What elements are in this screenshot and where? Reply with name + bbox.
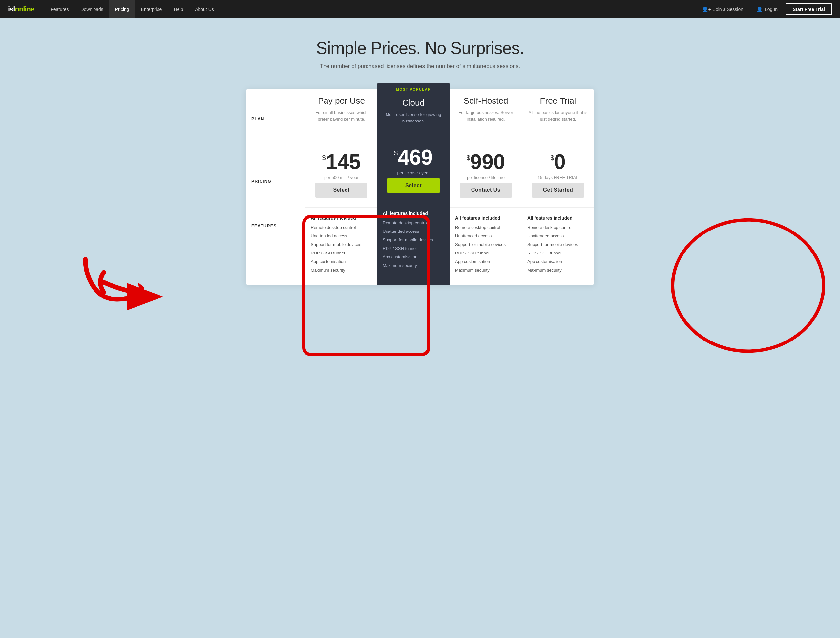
self-hosted-period: per license / lifetime [467,175,505,180]
join-session-button[interactable]: 👤+ Join a Session [696,0,748,18]
pay-per-use-feature-6: Maximum security [311,267,372,274]
cloud-period: per license / year [397,170,430,175]
free-trial-amount: 0 [554,151,566,173]
plan-free-trial: Free Trial All the basics for anyone tha… [522,89,594,285]
free-trial-feature-3: Support for mobile devices [527,241,589,248]
cloud-feature-2: Unattended access [382,228,444,235]
contact-us-button[interactable]: Contact Us [460,182,512,198]
self-hosted-pricing: $ 990 per license / lifetime Contact Us [450,142,522,207]
get-started-button[interactable]: Get Started [532,182,584,198]
free-trial-price-wrapper: $ 0 [550,151,566,173]
free-trial-name: Free Trial [540,96,576,106]
self-hosted-feature-5: App customisation [455,258,516,265]
cloud-desc: Multi-user license for growing businesse… [382,111,444,124]
cloud-features-title: All features included [382,211,444,216]
pay-per-use-pricing: $ 145 per 500 min / year Select [305,142,377,207]
logo[interactable]: islonline [8,5,34,13]
pay-per-use-select-button[interactable]: Select [315,182,368,198]
self-hosted-features: All features included Remote desktop con… [450,207,522,285]
nav-downloads[interactable]: Downloads [75,0,109,18]
plan-self-hosted: Self-Hosted For large businesses. Server… [450,89,522,285]
self-hosted-feature-3: Support for mobile devices [455,241,516,248]
nav-help[interactable]: Help [168,0,189,18]
nav-links: Features Downloads Pricing Enterprise He… [45,0,696,18]
free-trial-feature-4: RDP / SSH tunnel [527,250,589,257]
cloud-select-button[interactable]: Select [387,178,440,193]
log-in-label: Log In [765,6,778,12]
free-trial-desc: All the basics for anyone that is just g… [527,109,589,122]
free-trial-feature-2: Unattended access [527,233,589,240]
cloud-name: Cloud [402,98,425,108]
free-trial-period: 15 days FREE TRIAL [537,175,578,180]
start-free-trial-button[interactable]: Start Free Trial [786,3,832,15]
self-hosted-features-title: All features included [455,215,516,221]
self-hosted-name: Self-Hosted [464,96,508,106]
plan-row-label: PLAN [251,116,264,121]
nav-about[interactable]: About Us [189,0,220,18]
free-trial-pricing: $ 0 15 days FREE TRIAL Get Started [522,142,594,207]
most-popular-badge: MOST POPULAR [377,83,450,91]
pay-per-use-header: Pay per Use For small businesses which p… [305,89,377,142]
pricing-row-label-cell: PRICING [246,149,305,214]
plan-row-label-cell: PLAN [246,89,305,149]
cloud-currency: $ [394,149,398,157]
free-trial-features-title: All features included [527,215,589,221]
pay-per-use-amount: 145 [326,151,361,173]
free-trial-circle-annotation [673,220,824,351]
nav-enterprise[interactable]: Enterprise [135,0,168,18]
log-in-button[interactable]: 👤 Log In [751,0,783,18]
cloud-price-wrapper: $ 469 [394,147,433,168]
free-trial-header: Free Trial All the basics for anyone tha… [522,89,594,142]
free-trial-feature-5: App customisation [527,258,589,265]
pricing-row-label: PRICING [251,179,272,184]
pay-per-use-feature-2: Unattended access [311,233,372,240]
pay-per-use-feature-4: RDP / SSH tunnel [311,250,372,257]
nav-features[interactable]: Features [45,0,74,18]
free-trial-feature-1: Remote desktop control [527,224,589,231]
join-session-icon: 👤+ [702,6,711,13]
svg-marker-0 [138,282,144,298]
free-trial-feature-6: Maximum security [527,267,589,274]
hero-subtitle: The number of purchased licenses defines… [6,63,834,70]
cloud-pricing: $ 469 per license / year Select [377,137,450,203]
logo-online: online [15,5,34,13]
self-hosted-amount: 990 [470,151,505,173]
self-hosted-feature-4: RDP / SSH tunnel [455,250,516,257]
pay-per-use-currency: $ [322,154,326,161]
pay-per-use-desc: For small businesses which prefer paying… [311,109,372,122]
plan-pay-per-use: Pay per Use For small businesses which p… [305,89,377,285]
cloud-feature-6: Maximum security [382,262,444,269]
join-session-label: Join a Session [713,6,743,12]
features-row-label: FEATURES [251,223,276,228]
cloud-feature-4: RDP / SSH tunnel [382,245,444,252]
self-hosted-feature-6: Maximum security [455,267,516,274]
plan-cloud: MOST POPULAR Cloud Multi-user license fo… [377,83,450,285]
pay-per-use-name: Pay per Use [318,96,365,106]
navbar: islonline Features Downloads Pricing Ent… [0,0,840,18]
log-in-icon: 👤 [756,6,763,13]
cloud-header: Cloud Multi-user license for growing bus… [377,91,450,137]
cloud-feature-3: Support for mobile devices [382,236,444,244]
pay-per-use-price-wrapper: $ 145 [322,151,361,173]
arrow-annotation [85,260,154,299]
free-trial-currency: $ [550,154,554,161]
self-hosted-currency: $ [467,154,470,161]
pay-per-use-features: All features included Remote desktop con… [305,207,377,285]
cloud-feature-1: Remote desktop control [382,219,444,226]
free-trial-features: All features included Remote desktop con… [522,207,594,285]
pay-per-use-feature-5: App customisation [311,258,372,265]
nav-pricing[interactable]: Pricing [109,0,135,18]
label-column: PLAN PRICING FEATURES [246,89,305,285]
cloud-features: All features included Remote desktop con… [377,203,450,280]
pay-per-use-features-title: All features included [311,215,372,221]
pay-per-use-feature-1: Remote desktop control [311,224,372,231]
logo-isl: isl [8,5,15,13]
pay-per-use-feature-3: Support for mobile devices [311,241,372,248]
cloud-amount: 469 [398,147,433,168]
self-hosted-price-wrapper: $ 990 [467,151,505,173]
cloud-feature-5: App customisation [382,253,444,261]
hero-section: Simple Prices. No Surprises. The number … [0,18,840,83]
self-hosted-feature-2: Unattended access [455,233,516,240]
nav-right: 👤+ Join a Session 👤 Log In Start Free Tr… [696,0,832,18]
features-row-label-cell: FEATURES [246,214,305,236]
